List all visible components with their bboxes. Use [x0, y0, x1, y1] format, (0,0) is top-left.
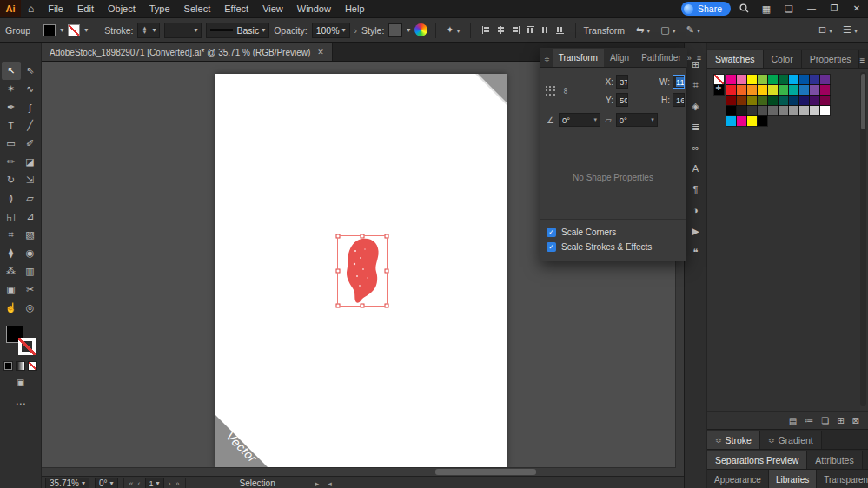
workspace-icon[interactable]: ▦ — [757, 3, 776, 15]
brush-definition-dropdown[interactable]: Basic — [206, 23, 269, 38]
shape-builder-tool[interactable]: ◱ — [2, 208, 21, 226]
opacity-field[interactable]: 100% — [312, 23, 350, 38]
color-swatch[interactable] — [799, 96, 809, 105]
line-segment-tool[interactable]: ╱ — [21, 116, 40, 135]
selection-handle[interactable] — [361, 234, 365, 239]
selection-handle[interactable] — [385, 269, 389, 274]
home-icon[interactable]: ⌂ — [21, 3, 41, 15]
menu-item[interactable]: Type — [142, 0, 177, 17]
none-button[interactable] — [28, 361, 37, 371]
color-button[interactable] — [3, 361, 13, 371]
color-swatch[interactable] — [779, 75, 788, 84]
menu-item[interactable]: Effect — [217, 0, 255, 17]
selected-artwork[interactable] — [337, 235, 388, 307]
shear-dropdown[interactable]: 0° — [616, 113, 658, 127]
menu-item[interactable]: File — [41, 0, 70, 17]
color-swatch[interactable] — [747, 106, 757, 115]
color-swatch[interactable] — [799, 75, 809, 84]
paintbrush-tool[interactable]: ✐ — [21, 135, 40, 153]
gradient-tool[interactable]: ▧ — [21, 226, 40, 244]
vertical-align-middle-icon[interactable] — [540, 24, 551, 36]
color-swatch[interactable] — [737, 106, 746, 115]
transform-panel-tab[interactable]: Pathfinder — [635, 49, 687, 67]
rotate-dropdown[interactable]: 0° — [559, 113, 600, 127]
free-transform-tool[interactable]: ▱ — [21, 189, 40, 208]
horizontal-scrollbar-thumb[interactable] — [435, 469, 537, 475]
stroke-indicator[interactable] — [18, 338, 36, 355]
selection-handle[interactable] — [385, 234, 389, 239]
previous-artboard-icon[interactable]: ‹ — [138, 479, 141, 488]
color-swatch[interactable] — [779, 106, 788, 115]
color-swatch[interactable] — [779, 96, 788, 105]
color-swatch[interactable] — [810, 106, 819, 115]
opacity-options-chevron[interactable]: › — [354, 25, 358, 36]
color-swatch[interactable] — [737, 85, 746, 95]
transform-link[interactable]: Transform — [584, 25, 625, 36]
eraser-tool[interactable]: ◪ — [21, 153, 40, 171]
gradient-button[interactable] — [16, 361, 25, 371]
transform-option-row[interactable]: ✓ Scale Strokes & Effects — [547, 240, 679, 254]
collapsed-panel-tab[interactable]: Attributes — [807, 451, 862, 469]
swatch-libraries-icon[interactable]: ▤ — [789, 416, 797, 425]
new-color-group-icon[interactable]: ❏ — [821, 416, 829, 425]
selection-handle[interactable] — [336, 304, 341, 308]
collapsed-panel-tab[interactable]: ≎Gradient — [760, 431, 822, 449]
fill-color-dropdown[interactable] — [43, 24, 63, 36]
horizontal-align-center-icon[interactable] — [495, 24, 507, 36]
color-swatch[interactable] — [737, 116, 746, 126]
color-swatch[interactable] — [799, 85, 809, 95]
style-dropdown[interactable] — [388, 23, 410, 37]
swatches-scrollbar-thumb[interactable] — [861, 74, 865, 129]
close-button[interactable]: ✕ — [847, 0, 866, 17]
select-similar-icon[interactable]: ✦ — [444, 24, 461, 36]
stroke-weight-field[interactable]: ▲▼ — [137, 23, 160, 38]
menu-item[interactable]: Window — [290, 0, 338, 17]
delete-swatch-icon[interactable]: ⊠ — [852, 416, 859, 425]
isolate-mode-icon[interactable]: ▢ — [659, 24, 677, 36]
transform-panel-tab[interactable]: Transform — [553, 49, 604, 67]
swatches-scrollbar[interactable] — [860, 72, 866, 406]
menu-item[interactable]: Edit — [70, 0, 101, 17]
selection-handle[interactable] — [336, 269, 341, 274]
color-swatch[interactable] — [768, 75, 778, 84]
color-swatch[interactable] — [779, 85, 788, 95]
color-swatch[interactable] — [726, 106, 736, 115]
paragraph-panel-icon[interactable]: ¶ — [686, 180, 706, 199]
pathfinder-panel-icon[interactable]: ◈ — [686, 96, 706, 115]
color-swatch[interactable] — [820, 96, 830, 105]
color-swatch[interactable] — [758, 116, 767, 126]
registration-swatch[interactable] — [714, 85, 724, 95]
transparency-panel-icon[interactable]: ◑ — [686, 201, 706, 220]
eyedropper-tool[interactable]: ⧫ — [2, 244, 21, 262]
w-field[interactable]: 1102.7324 p — [673, 75, 685, 89]
last-artboard-icon[interactable]: » — [176, 479, 180, 488]
artboard-tool[interactable]: ▣ — [2, 280, 21, 299]
selection-handle[interactable] — [361, 304, 365, 308]
slice-tool[interactable]: ✂ — [21, 280, 40, 299]
selection-handle[interactable] — [385, 304, 389, 308]
character-panel-icon[interactable]: A — [686, 159, 706, 178]
layers-panel-icon[interactable]: ≣ — [686, 117, 706, 136]
horizontal-scrollbar[interactable] — [42, 467, 676, 476]
curvature-tool[interactable]: ʃ — [21, 98, 40, 116]
panel-collapse-icon[interactable]: » — [687, 54, 692, 63]
color-swatch[interactable] — [768, 96, 778, 105]
minimize-button[interactable]: — — [802, 0, 821, 17]
horizontal-align-right-icon[interactable] — [510, 24, 521, 36]
color-swatch[interactable] — [747, 96, 757, 105]
direct-selection-tool[interactable]: ⇖ — [21, 62, 40, 80]
width-profile-dropdown[interactable] — [164, 23, 202, 38]
status-next-icon[interactable]: ▸ — [315, 479, 320, 488]
pen-tool[interactable]: ✒ — [2, 98, 21, 116]
h-field[interactable]: 166.3146 pt — [673, 93, 685, 107]
workspace-switch-icon[interactable]: ⊟ — [817, 24, 834, 36]
color-swatch[interactable] — [747, 116, 757, 126]
width-tool[interactable]: ≬ — [2, 189, 21, 208]
close-tab-icon[interactable]: ✕ — [317, 48, 324, 56]
color-swatch[interactable] — [820, 106, 830, 115]
links-panel-icon[interactable]: ∞ — [686, 138, 706, 157]
edit-similar-icon[interactable]: ✎ — [685, 24, 702, 36]
x-field[interactable]: 371.0779 pt — [616, 75, 628, 89]
color-swatch[interactable] — [726, 96, 736, 105]
comments-panel-icon[interactable]: ❝ — [686, 242, 706, 261]
